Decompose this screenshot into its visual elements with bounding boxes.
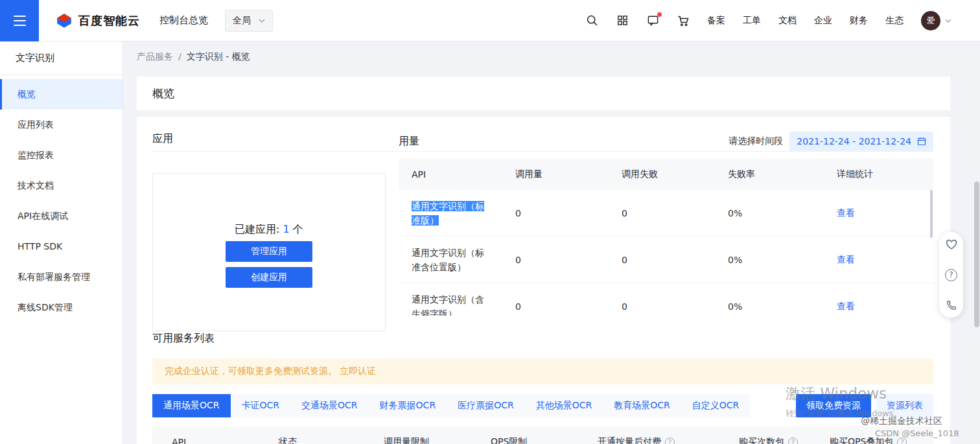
help-icon[interactable]: ?: [897, 438, 907, 444]
sidebar-item[interactable]: HTTP SDK: [0, 231, 122, 262]
sidebar: 文字识别 概览 应用列表 监控报表 技术文档 API在线调试 HTTP SDK …: [0, 41, 123, 444]
cart-icon[interactable]: [677, 14, 690, 27]
ocr-tab[interactable]: 通用场景OCR: [152, 394, 231, 417]
resource-list-button[interactable]: 资源列表: [876, 394, 933, 417]
usage-table-row: 通用文字识别（标准版） 0 0 0% 查看: [399, 190, 933, 237]
services-column-label: 购买次数包: [739, 436, 784, 444]
date-range-picker[interactable]: 2021-12-24 - 2021-12-24: [789, 132, 933, 151]
column-header-failures: 调用失败: [609, 169, 715, 180]
app-count-label: 已建应用:: [235, 223, 283, 235]
column-header-calls: 调用量: [502, 169, 609, 180]
scrollbar-thumb[interactable]: [974, 181, 979, 327]
app-count: 已建应用: 1 个: [153, 174, 385, 237]
help-icon[interactable]: ?: [665, 438, 675, 444]
ocr-tab[interactable]: 自定义OCR: [681, 394, 751, 417]
page-scrollbar[interactable]: [974, 43, 979, 443]
header-nav-link[interactable]: 工单: [743, 15, 761, 27]
api-name: 通用文字识别（标准含位置版）: [412, 248, 484, 272]
sidebar-menu: 概览 应用列表 监控报表 技术文档 API在线调试 HTTP SDK 私有部署服…: [0, 75, 122, 323]
chevron-down-icon: [259, 19, 265, 23]
ocr-tab[interactable]: 教育场景OCR: [603, 394, 681, 417]
app-count-unit: 个: [290, 223, 303, 235]
services-column-header: QPS限制 ?: [491, 436, 598, 444]
page-title-card: 概览: [137, 76, 950, 110]
create-app-button[interactable]: 创建应用: [226, 267, 312, 288]
breadcrumb-item[interactable]: 产品服务: [137, 50, 173, 63]
ocr-tab[interactable]: 医疗票据OCR: [447, 394, 525, 417]
sidebar-item[interactable]: API在线调试: [0, 201, 122, 231]
date-range-value: 2021-12-24 - 2021-12-24: [797, 136, 911, 146]
region-selector[interactable]: 全局: [225, 10, 273, 32]
header-nav-link[interactable]: 文档: [778, 15, 797, 27]
ocr-category-tabs: 通用场景OCR 卡证OCR 交通场景OCR 财务票据OCR 医疗票据OCR 其他…: [152, 394, 750, 417]
services-section: 可用服务列表 完成企业认证，可领取更多免费测试资源。 立即认证 通用场景OCR …: [152, 331, 933, 444]
chevron-down-icon: [945, 19, 951, 23]
date-range-label: 请选择时间段: [729, 135, 783, 147]
services-column-header: 状态 ?: [279, 436, 384, 444]
sidebar-item[interactable]: 应用列表: [0, 110, 122, 140]
services-column-header: 购买次数包 ?: [739, 436, 830, 444]
header-nav-link[interactable]: 企业: [814, 15, 832, 27]
ocr-tab[interactable]: 卡证OCR: [231, 394, 291, 417]
services-table-header: API ? 状态 ? 调用量限制 ? QPS限制: [152, 426, 933, 444]
call-count: 0: [502, 208, 609, 218]
column-header-api: API: [399, 167, 502, 181]
phone-contact-icon[interactable]: [944, 298, 959, 312]
console-overview-link[interactable]: 控制台总览: [159, 14, 208, 27]
header-nav-link[interactable]: 备案: [707, 15, 725, 27]
search-icon[interactable]: [585, 14, 598, 27]
top-header: 百度智能云 控制台总览 全局 备案工单文档企业财务生态 爱: [0, 0, 980, 41]
ocr-tab[interactable]: 财务票据OCR: [369, 394, 447, 417]
services-buttons: 领取免费资源 资源列表: [796, 394, 933, 417]
favorite-heart-icon[interactable]: [944, 237, 959, 251]
sidebar-item[interactable]: 监控报表: [0, 140, 122, 170]
notification-dot: [657, 12, 662, 17]
sidebar-item[interactable]: 离线SDK管理: [0, 292, 122, 323]
view-details-link[interactable]: 查看: [837, 254, 855, 264]
message-icon[interactable]: [646, 14, 659, 27]
services-column-header: 调用量限制 ?: [384, 436, 491, 444]
ocr-tab[interactable]: 交通场景OCR: [290, 394, 369, 417]
usage-table-row: 通用文字识别（标准含位置版） 0 0 0% 查看: [399, 237, 933, 283]
baidu-cloud-logo[interactable]: 百度智能云: [56, 12, 140, 29]
menu-toggle-button[interactable]: [0, 0, 39, 41]
app-count-number: 1: [283, 223, 290, 235]
sidebar-item[interactable]: 技术文档: [0, 170, 122, 201]
services-column-label: 状态: [279, 436, 297, 444]
view-details-link[interactable]: 查看: [837, 207, 855, 218]
header-nav-link[interactable]: 生态: [885, 15, 904, 27]
services-column-header: 开通按量后付费 ?: [598, 436, 739, 444]
sidebar-item[interactable]: 私有部署服务管理: [0, 262, 122, 292]
certify-now-link[interactable]: 立即认证: [340, 366, 376, 377]
view-details-link[interactable]: 查看: [837, 301, 855, 311]
content-card: 应用 已建应用: 1 个 管理应用 创建应用 用量 请选择时间段 2021-12…: [137, 117, 950, 444]
header-nav-links: 备案工单文档企业财务生态: [707, 15, 904, 27]
claim-free-resources-button[interactable]: 领取免费资源: [796, 394, 871, 417]
services-section-title: 可用服务列表: [152, 331, 933, 346]
table-scrollbar-thumb[interactable]: [930, 190, 933, 238]
apps-grid-icon[interactable]: [616, 14, 629, 27]
certification-notice: 完成企业认证，可领取更多免费测试资源。 立即认证: [152, 358, 933, 384]
avatar[interactable]: 爱: [921, 11, 940, 30]
failure-count: 0: [609, 301, 715, 312]
header-nav-link[interactable]: 财务: [850, 15, 868, 27]
app-section-title: 应用: [152, 131, 386, 146]
page-title: 概览: [152, 86, 174, 101]
failure-count: 0: [609, 255, 715, 265]
services-column-label: 调用量限制: [384, 436, 429, 444]
services-toolbar: 通用场景OCR 卡证OCR 交通场景OCR 财务票据OCR 医疗票据OCR 其他…: [152, 394, 933, 417]
manage-app-button[interactable]: 管理应用: [226, 241, 312, 262]
services-column-label: 购买QPS叠加包: [830, 436, 893, 444]
ocr-tab[interactable]: 其他场景OCR: [525, 394, 603, 417]
services-column-label: API: [172, 437, 186, 444]
help-icon[interactable]: ?: [788, 438, 798, 444]
failure-rate: 0%: [715, 208, 824, 218]
column-header-failure-rate: 失败率: [715, 169, 824, 180]
usage-table-header: API 调用量 调用失败 失败率 详细统计: [399, 159, 933, 190]
failure-rate: 0%: [715, 255, 824, 265]
user-menu[interactable]: 爱: [921, 11, 951, 30]
call-count: 0: [502, 255, 609, 265]
notice-text: 完成企业认证，可领取更多免费测试资源。: [165, 366, 337, 377]
help-question-icon[interactable]: ?: [944, 268, 959, 282]
sidebar-item[interactable]: 概览: [0, 79, 122, 110]
